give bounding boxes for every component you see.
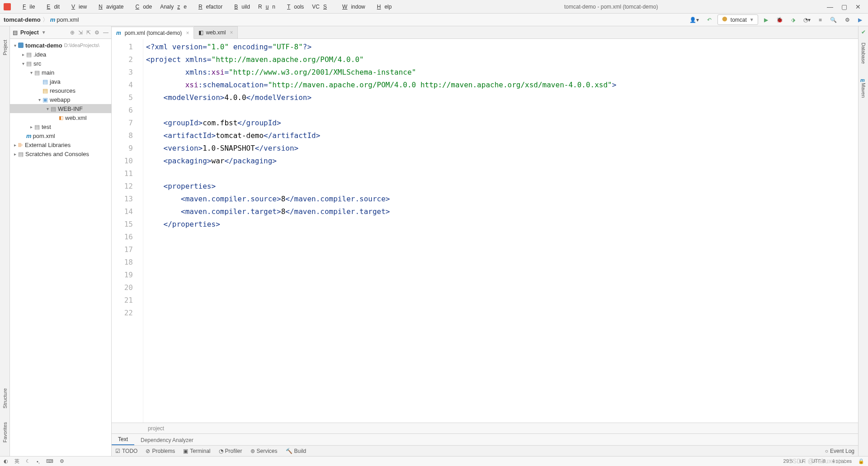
tray-punct[interactable]: •, bbox=[37, 459, 40, 464]
stop-button[interactable]: ■ bbox=[816, 15, 824, 24]
close-tab-icon[interactable]: × bbox=[230, 29, 233, 36]
menu-analyze[interactable]: Analyze bbox=[156, 2, 190, 12]
run-config-name: tomcat bbox=[731, 17, 747, 23]
subtab-dep-analyzer[interactable]: Dependency Analyzer bbox=[134, 435, 200, 445]
editor-tab[interactable]: mpom.xml (tomcat-demo)× bbox=[112, 27, 194, 39]
menu-navigate[interactable]: Navigate bbox=[91, 2, 127, 12]
left-tool-structure[interactable]: Structure bbox=[2, 388, 8, 409]
tray-keyboard-icon[interactable]: ⌨ bbox=[46, 458, 53, 464]
editor-tabs: mpom.xml (tomcat-demo)×◧web.xml× bbox=[112, 26, 858, 39]
tray-lang[interactable]: 英 bbox=[14, 458, 19, 465]
status-encoding[interactable]: UTF-8 bbox=[811, 458, 826, 464]
breadcrumb: tomcat-demo 〉 mpom.xml bbox=[4, 16, 79, 24]
ime-tray: ◐ 英 ☾ •, ⌨ ⚙ bbox=[4, 458, 64, 465]
folder-icon: ▤ bbox=[18, 151, 24, 157]
breadcrumb-file[interactable]: mpom.xml bbox=[50, 16, 79, 23]
subtab-text[interactable]: Text bbox=[112, 434, 134, 445]
chevron-down-icon: ▼ bbox=[750, 17, 754, 22]
tree-root[interactable]: ▾ tomcat-demo D:\IdeaProjects\ bbox=[10, 41, 111, 50]
status-indent[interactable]: 4 spaces bbox=[832, 458, 852, 464]
right-tool-database[interactable]: Database bbox=[861, 43, 866, 64]
tree-item[interactable]: ▸▤test bbox=[10, 122, 111, 131]
breadcrumb-project[interactable]: tomcat-demo bbox=[4, 16, 41, 23]
menu-tools[interactable]: Tools bbox=[280, 2, 307, 12]
run-configuration[interactable]: tomcat ▼ bbox=[717, 14, 758, 25]
close-tab-icon[interactable]: × bbox=[186, 30, 189, 36]
editor-tab[interactable]: ◧web.xml× bbox=[194, 26, 238, 38]
menu-help[interactable]: Help bbox=[370, 2, 396, 12]
tool-terminal[interactable]: ▣ Terminal bbox=[183, 448, 210, 454]
close-button[interactable]: ✕ bbox=[855, 3, 861, 10]
menu-view[interactable]: View bbox=[64, 2, 90, 12]
run-button[interactable]: ▶ bbox=[762, 15, 770, 24]
tree-item[interactable]: ▸▤.idea bbox=[10, 50, 111, 59]
inspection-ok-icon[interactable]: ✔ bbox=[861, 29, 866, 35]
menu-build[interactable]: Build bbox=[227, 2, 254, 12]
coverage-button[interactable]: ⬗ bbox=[789, 15, 797, 24]
menu-vcs[interactable]: VCS bbox=[308, 2, 334, 12]
svg-point-0 bbox=[722, 17, 727, 22]
back-arrow-icon[interactable]: ↶ bbox=[705, 15, 714, 24]
crumb-project[interactable]: project bbox=[148, 425, 164, 432]
project-tool-title[interactable]: Project bbox=[20, 29, 39, 36]
module-icon bbox=[18, 43, 24, 48]
tray-gear-icon[interactable]: ⚙ bbox=[60, 458, 64, 464]
code-editor[interactable]: <?xml version="1.0" encoding="UTF-8"?> <… bbox=[143, 39, 858, 423]
left-tool-stripe: Project Structure Favorites bbox=[0, 26, 10, 456]
xml-file-icon: ◧ bbox=[59, 115, 63, 121]
tray-icon[interactable]: ◐ bbox=[4, 458, 8, 464]
hide-icon[interactable]: — bbox=[103, 29, 108, 36]
tool-build[interactable]: 🔨 Build bbox=[286, 448, 307, 454]
debug-button[interactable]: 🐞 bbox=[774, 15, 785, 24]
breadcrumb-bar: project bbox=[112, 423, 858, 433]
navbar: tomcat-demo 〉 mpom.xml 👤▾ ↶ tomcat ▼ ▶ 🐞… bbox=[0, 14, 868, 26]
menu-edit[interactable]: Edit bbox=[39, 2, 63, 12]
learn-icon[interactable]: ▶ bbox=[856, 15, 864, 24]
tree-item[interactable]: mpom.xml bbox=[10, 131, 111, 140]
menu-code[interactable]: Code bbox=[128, 2, 156, 12]
menu-file[interactable]: File bbox=[15, 2, 38, 12]
status-lock-icon[interactable]: 🔒 bbox=[858, 458, 864, 464]
tree-item[interactable]: ▤java bbox=[10, 77, 111, 86]
tree-item[interactable]: ▾▤src bbox=[10, 59, 111, 68]
breadcrumb-sep: 〉 bbox=[42, 16, 48, 24]
search-icon[interactable]: 🔍 bbox=[828, 15, 839, 24]
right-tool-maven[interactable]: mMaven bbox=[860, 77, 866, 98]
left-tool-favorites[interactable]: Favorites bbox=[2, 422, 8, 442]
maximize-button[interactable]: ▢ bbox=[841, 3, 847, 10]
tool-todo[interactable]: ☑ TODO bbox=[115, 448, 137, 454]
tool-problems[interactable]: ⊘ Problems bbox=[146, 448, 175, 454]
menu-refactor[interactable]: Refactor bbox=[191, 2, 226, 12]
tree-item[interactable]: ▤resources bbox=[10, 86, 111, 95]
tool-services[interactable]: ⊚ Services bbox=[250, 448, 278, 454]
window-title: tomcat-demo - pom.xml (tomcat-demo) bbox=[395, 4, 827, 10]
expand-icon[interactable]: ⇲ bbox=[78, 29, 83, 36]
left-tool-project[interactable]: Project bbox=[2, 40, 8, 55]
status-line-sep[interactable]: LF bbox=[799, 458, 805, 464]
profile-button[interactable]: ◔▾ bbox=[801, 15, 813, 24]
status-position[interactable]: 29:5 bbox=[783, 458, 793, 464]
gear-icon[interactable]: ⚙ bbox=[94, 29, 99, 36]
tree-item[interactable]: ▾▤main bbox=[10, 68, 111, 77]
tree-ext-libs[interactable]: ▸ ⊪ External Libraries bbox=[10, 140, 111, 149]
tree-item[interactable]: ▾▤WEB-INF bbox=[10, 104, 111, 113]
folder-icon: ▤ bbox=[42, 87, 48, 94]
line-gutter: 12345678910111213141516171819202122 bbox=[112, 39, 143, 423]
collapse-icon[interactable]: ⇱ bbox=[86, 29, 91, 36]
chevron-down-icon[interactable]: ▼ bbox=[42, 30, 46, 35]
tray-moon-icon[interactable]: ☾ bbox=[26, 458, 30, 464]
menu-window[interactable]: Window bbox=[335, 2, 369, 12]
locate-icon[interactable]: ⊕ bbox=[70, 29, 75, 36]
event-log-button[interactable]: ○ Event Log bbox=[825, 448, 854, 454]
minimize-button[interactable]: — bbox=[827, 3, 833, 10]
tree-item[interactable]: ▾▣webapp bbox=[10, 95, 111, 104]
menu-run[interactable]: Run bbox=[255, 2, 279, 12]
tree-item[interactable]: ◧web.xml bbox=[10, 113, 111, 122]
right-tool-stripe: ✔ Database mMaven bbox=[858, 26, 868, 456]
tree-scratches[interactable]: ▸ ▤ Scratches and Consoles bbox=[10, 149, 111, 158]
settings-icon[interactable]: ⚙ bbox=[843, 15, 852, 24]
add-config-icon[interactable]: 👤▾ bbox=[687, 15, 701, 24]
tool-profiler[interactable]: ◔ Profiler bbox=[219, 448, 242, 454]
app-logo-icon bbox=[4, 3, 11, 10]
editor-area: mpom.xml (tomcat-demo)×◧web.xml× 1234567… bbox=[112, 26, 858, 456]
